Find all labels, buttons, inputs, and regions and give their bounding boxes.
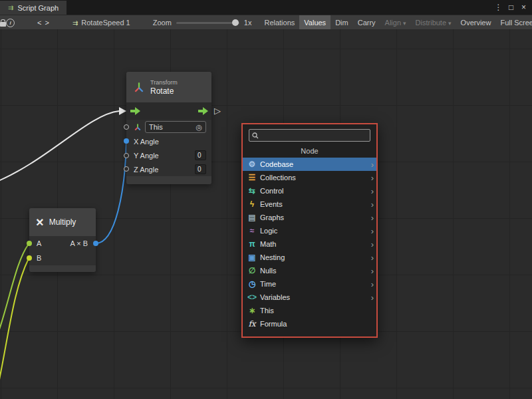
x-angle-port[interactable] [124, 138, 129, 144]
fullscreen-button[interactable]: Full Screen [495, 15, 532, 30]
maximize-icon[interactable]: □ [505, 3, 517, 12]
input-b-port[interactable] [27, 255, 32, 261]
chevron-right-icon: › [371, 160, 374, 169]
chevron-right-icon: › [371, 174, 374, 182]
x-angle-row: X Angle [126, 134, 211, 148]
star-icon: ∗ [247, 307, 257, 315]
dim-button[interactable]: Dim [331, 15, 353, 30]
input-a-label: A [37, 239, 41, 247]
chevron-down-icon: ▾ [403, 20, 406, 27]
wire-flow[interactable] [0, 111, 119, 184]
input-a-row: A A × B [29, 236, 96, 251]
finder-item-variables[interactable]: <> Variables › [243, 291, 376, 304]
lock-button[interactable] [0, 15, 6, 30]
info-button[interactable]: i [6, 15, 15, 30]
search-icon [252, 132, 259, 139]
input-a-port[interactable] [27, 241, 32, 246]
finder-item-control[interactable]: ⇆ Control › [243, 184, 376, 198]
finder-item-time[interactable]: ◷ Time › [243, 277, 376, 291]
output-port[interactable] [93, 241, 98, 246]
pi-icon: π [247, 240, 257, 248]
finder-item-graphs[interactable]: ▤ Graphs › [243, 211, 376, 224]
folder-icon: ▤ [247, 213, 257, 221]
node-category: Transform [150, 79, 178, 86]
lock-icon [0, 22, 6, 27]
z-angle-port[interactable] [124, 166, 129, 172]
node-header[interactable]: × Multiply [29, 208, 96, 236]
wire-value-x[interactable] [96, 144, 126, 243]
finder-item-logic[interactable]: ≈ Logic › [243, 224, 376, 237]
node-multiply[interactable]: × Multiply A A × B B [29, 208, 96, 272]
list-icon: ☰ [247, 174, 257, 182]
zoom-label: Zoom [153, 19, 172, 27]
align-button[interactable]: Align▾ [380, 15, 411, 30]
menu-kebab-icon[interactable]: ⋮ [493, 3, 504, 12]
close-icon[interactable]: × [518, 3, 529, 12]
y-angle-input[interactable]: 0 [195, 150, 206, 160]
formula-icon: fx [247, 320, 257, 328]
node-footer [126, 176, 211, 184]
flow-input-port[interactable] [130, 107, 140, 115]
nested-graph-icon: ▣ [247, 253, 257, 261]
finder-item-collections[interactable]: ☰ Collections › [243, 171, 376, 184]
tab-script-graph[interactable]: ⇉ Script Graph [0, 1, 66, 15]
flow-continuation-icon: ▷ [214, 106, 221, 115]
relations-button[interactable]: Relations [259, 15, 299, 30]
chevron-right-icon: › [371, 200, 374, 209]
node-footer [29, 265, 96, 272]
graph-asset-icon: ⇉ [72, 19, 78, 27]
finder-item-codebase[interactable]: ⚙ Codebase › [243, 158, 376, 171]
z-angle-input[interactable]: 0 [195, 164, 206, 174]
values-button[interactable]: Values [299, 15, 331, 30]
y-angle-label: Y Angle [134, 152, 159, 160]
node-title: Rotate [150, 86, 178, 96]
chevron-right-icon: › [371, 213, 374, 222]
finder-item-nulls[interactable]: ∅ Nulls › [243, 264, 376, 277]
this-input-port[interactable] [124, 124, 129, 130]
angle-brackets-icon: <> [247, 293, 257, 301]
null-icon: ∅ [247, 267, 257, 275]
finder-item-this[interactable]: ∗ This [243, 304, 376, 317]
finder-item-math[interactable]: π Math › [243, 237, 376, 251]
wire-input-a[interactable] [0, 244, 29, 347]
finder-search-field[interactable] [249, 129, 370, 142]
graph-breadcrumb[interactable]: ⇉ RotateSpeed 1 [72, 19, 130, 27]
finder-item-nesting[interactable]: ▣ Nesting › [243, 251, 376, 264]
chevron-down-icon: ▾ [448, 20, 452, 27]
node-header[interactable]: Transform Rotate [126, 72, 211, 102]
carry-button[interactable]: Carry [353, 15, 380, 30]
x-angle-label: X Angle [134, 138, 159, 146]
distribute-button[interactable]: Distribute▾ [411, 15, 456, 30]
finder-header: Node [243, 144, 376, 158]
gear-icon: ⚙ [247, 160, 257, 168]
object-picker-icon[interactable]: ◎ [196, 123, 202, 132]
graph-canvas[interactable]: Transform Rotate This ◎ X Angle Y Angle … [0, 29, 532, 399]
chevron-right-icon: › [371, 267, 374, 275]
info-icon: i [6, 19, 15, 27]
logic-icon: ≈ [247, 227, 257, 235]
output-label: A × B [70, 239, 88, 247]
graph-toolbar: i < > ⇉ RotateSpeed 1 Zoom 1x Relations … [0, 15, 532, 30]
wire-flow-arrowhead [119, 107, 126, 115]
search-input[interactable] [261, 130, 367, 141]
chevron-right-icon: › [371, 240, 374, 249]
this-row: This ◎ [126, 120, 211, 134]
node-transform-rotate[interactable]: Transform Rotate This ◎ X Angle Y Angle … [126, 72, 211, 184]
flow-output-port[interactable] [198, 107, 208, 115]
edit-code-button[interactable]: < > [27, 19, 61, 27]
this-object-field[interactable]: This ◎ [145, 121, 206, 133]
window-tab-bar: ⇉ Script Graph ⋮ □ × [0, 0, 532, 15]
transform-gizmo-icon [134, 123, 142, 131]
script-graph-icon: ⇉ [8, 4, 13, 11]
y-angle-port[interactable] [124, 153, 129, 158]
this-value: This [149, 123, 193, 131]
graph-name: RotateSpeed 1 [81, 19, 130, 27]
chevron-right-icon: › [371, 253, 374, 262]
zoom-slider-handle[interactable] [232, 19, 239, 26]
zoom-slider[interactable] [176, 22, 239, 24]
finder-item-events[interactable]: ϟ Events › [243, 198, 376, 211]
chevron-right-icon: › [371, 293, 374, 302]
lightning-icon: ϟ [247, 200, 257, 208]
finder-item-formula[interactable]: fx Formula [243, 317, 376, 331]
overview-button[interactable]: Overview [456, 15, 496, 30]
